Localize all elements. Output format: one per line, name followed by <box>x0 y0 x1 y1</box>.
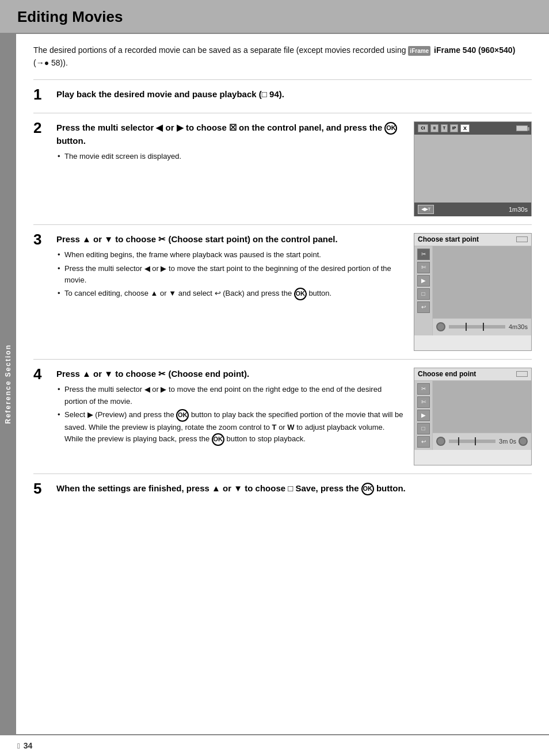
step-4-screen: Choose end point ✂ ✄ ▶ □ ↩ <box>414 368 532 465</box>
step-4-bullets: Press the multi selector ◀ or ▶ to move … <box>56 384 403 445</box>
screen1-icons: CI II T IP X <box>418 124 470 132</box>
ref-sidebar: Reference Section <box>0 34 16 734</box>
step-4-bullet-1: Press the multi selector ◀ or ▶ to move … <box>56 384 403 407</box>
screen3-body: ✂ ✄ ▶ □ ↩ <box>414 381 531 450</box>
step4-w: W <box>287 423 294 432</box>
screen1-play: ◀▶T <box>418 205 434 214</box>
screen1-topbar: CI II T IP X <box>414 122 531 135</box>
step-5-text: When the settings are finished, press ▲ … <box>56 482 532 499</box>
screen1-battery <box>516 125 528 131</box>
screen3-gear-icon <box>436 437 445 446</box>
screen2-icon-play: ▶ <box>417 275 430 287</box>
step-1-text: Play back the desired movie and pause pl… <box>56 88 532 105</box>
step5-save: Save <box>296 483 316 493</box>
step-4-body: Press ▲ or ▼ to choose ✂ (Choose end poi… <box>56 368 532 465</box>
step2-tochoose: to choose <box>186 123 227 132</box>
step-1-body: Play back the desired movie and pause pl… <box>56 88 532 105</box>
screen2-time: 4m30s <box>509 323 528 330</box>
screen2-icon-scissors: ✂ <box>417 249 430 260</box>
step-2-bullet-1: The movie edit screen is displayed. <box>56 151 403 162</box>
screen3-bottom: 3m 0s <box>433 433 531 450</box>
step-4-text: Press ▲ or ▼ to choose ✂ (Choose end poi… <box>56 368 403 448</box>
screen2-body: ✂ ✄ ▶ □ ↩ <box>414 246 531 335</box>
screen3-icon-play: ▶ <box>417 410 430 421</box>
step-4: 4 Press ▲ or ▼ to choose ✂ (Choose end p… <box>33 359 532 474</box>
screen3-battery <box>516 371 528 377</box>
step-5: 5 When the settings are finished, press … <box>33 474 532 507</box>
step-3-body: Press ▲ or ▼ to choose ✂ (Choose start p… <box>56 233 532 351</box>
footer-page-number: 34 <box>24 741 33 750</box>
step-5-body: When the settings are finished, press ▲ … <box>56 482 532 499</box>
step-2: 2 Press the multi selector ◀ or ▶ to cho… <box>33 113 532 224</box>
step-2-text: Press the multi selector ◀ or ▶ to choos… <box>56 121 403 165</box>
screen1-icon-ci: CI <box>418 124 428 132</box>
step4-select: Select <box>64 410 85 419</box>
step-3-screen: Choose start point ✂ ✄ ▶ □ ↩ <box>414 233 532 351</box>
step-3-number: 3 <box>33 232 56 247</box>
step-3-bullet-2: Press the multi selector ◀ or ▶ to move … <box>56 263 403 286</box>
ok-button-step2: OK <box>384 122 397 135</box>
step-2-number: 2 <box>33 120 56 135</box>
screen2-icon-save: □ <box>417 288 430 300</box>
screen3-time: 3m 0s <box>499 438 516 445</box>
page-footer: 𡤰 34 <box>0 734 549 756</box>
screen1-box: CI II T IP X ◀ <box>414 121 532 216</box>
screen1-icon-ii: II <box>430 124 439 132</box>
step4-t: T <box>272 423 277 432</box>
screen3-marker2 <box>475 437 476 445</box>
step-2-body: Press the multi selector ◀ or ▶ to choos… <box>56 121 532 216</box>
screen3-topbar: Choose end point <box>414 368 531 381</box>
step-3-text: Press ▲ or ▼ to choose ✂ (Choose start p… <box>56 233 403 302</box>
screen2-icon-scissors2: ✄ <box>417 262 430 273</box>
iframe-bold: iFrame 540 (960×540) <box>434 45 515 55</box>
page-title: Editing Movies <box>17 8 123 25</box>
screen2-bottom: 4m30s <box>433 318 531 335</box>
screen3-icon-save: □ <box>417 423 430 434</box>
step-3-bullet-3: To cancel editing, choose ▲ or ▼ and sel… <box>56 288 403 300</box>
screen1-icon-ip: IP <box>450 124 458 132</box>
step-3: 3 Press ▲ or ▼ to choose ✂ (Choose start… <box>33 224 532 359</box>
step-1: 1 Play back the desired movie and pause … <box>33 79 532 113</box>
ok-button-step5: OK <box>361 483 374 495</box>
step-4-bullet-2: Select ▶ (Preview) and press the OK butt… <box>56 409 403 446</box>
screen1-icon-t: T <box>441 124 448 132</box>
step-3-bullet-1: When editing begins, the frame where pla… <box>56 249 403 261</box>
screen2-icon-back: ↩ <box>417 301 430 313</box>
footer-arrow-icon: 𡤰 <box>17 742 20 750</box>
step-3-heading: Press ▲ or ▼ to choose ✂ (Choose start p… <box>56 233 403 246</box>
screen1-main <box>414 135 531 203</box>
screen3-icon-scissors: ✂ <box>417 383 430 395</box>
screen2-sidebar: ✂ ✄ ▶ □ ↩ <box>414 246 433 335</box>
content-col: The desired portions of a recorded movie… <box>16 34 549 734</box>
screen3-icon-back: ↩ <box>417 436 430 448</box>
iframe-icon: iFrame <box>408 46 430 56</box>
ok-button-step4b: OK <box>212 433 224 446</box>
step2-or: or <box>166 123 174 132</box>
screen1-icon-x: X <box>460 124 470 132</box>
ok-button-step4: OK <box>176 409 189 422</box>
step4-the: the <box>199 434 209 443</box>
page-container: Editing Movies Reference Section The des… <box>0 0 549 756</box>
screen1-bottom-icons: ◀▶T <box>418 205 434 214</box>
screen3-title: Choose end point <box>418 370 476 378</box>
step-4-heading: Press ▲ or ▼ to choose ✂ (Choose end poi… <box>56 368 403 381</box>
ok-button-step3: OK <box>294 288 307 300</box>
step-3-bullets: When editing begins, the frame where pla… <box>56 249 403 300</box>
step-5-number: 5 <box>33 481 56 496</box>
page-header: Editing Movies <box>0 0 549 34</box>
screen2-battery <box>516 236 528 242</box>
step-2-screen: CI II T IP X ◀ <box>414 121 532 216</box>
step-4-number: 4 <box>33 366 56 381</box>
reference-section-wrapper: Reference Section The desired portions o… <box>0 34 549 734</box>
screen2-topbar: Choose start point <box>414 234 531 246</box>
screen2-main: 4m30s <box>433 246 531 335</box>
ref-sidebar-label: Reference Section <box>4 344 12 424</box>
screen2-title: Choose start point <box>418 235 479 243</box>
intro-text-part1: The desired portions of a recorded movie… <box>33 45 408 55</box>
screen2-marker2 <box>483 323 484 331</box>
screen3-timeline <box>449 440 495 443</box>
intro-text: The desired portions of a recorded movie… <box>33 44 532 69</box>
footer-spacer <box>33 507 532 530</box>
screen3-end-icon <box>518 437 528 446</box>
screen3-icon-scissors2: ✄ <box>417 396 430 408</box>
